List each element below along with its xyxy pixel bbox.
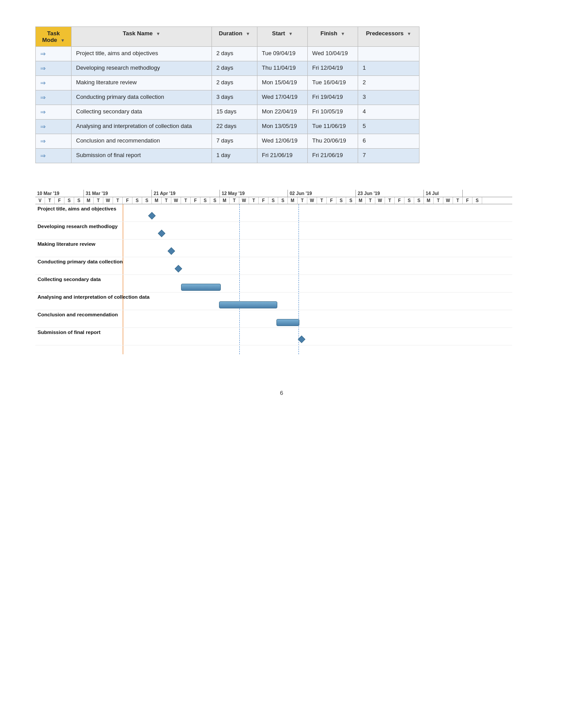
gantt-day-cell: F [55, 197, 64, 204]
gantt-day-cell: F [395, 197, 404, 204]
gantt-row: Conducting primary data collection [35, 257, 512, 275]
gantt-day-cell: F [463, 197, 472, 204]
gantt-row: Developing research methodlogy [35, 222, 512, 240]
gantt-day-cell: S [346, 197, 356, 204]
gantt-table: TaskMode ▼ Task Name ▼ Duration ▼ Start … [35, 26, 419, 163]
duration-cell: 2 days [212, 61, 257, 76]
start-cell: Wed 17/04/19 [257, 90, 308, 105]
gantt-day-cell: S [414, 197, 424, 204]
gantt-row: Project title, aims and objectives [35, 204, 512, 222]
task-mode-cell: ⇒ [36, 76, 72, 90]
gantt-day-cell: S [278, 197, 288, 204]
gantt-day-cell: F [191, 197, 200, 204]
table-row: ⇒Collecting secondary data15 daysMon 22/… [36, 105, 419, 120]
start-cell: Tue 09/04/19 [257, 47, 308, 61]
gantt-day-cell: M [84, 197, 94, 204]
col-header-start: Start ▼ [257, 27, 308, 47]
gantt-day-cell: S [404, 197, 414, 204]
gantt-day-cell: T [366, 197, 375, 204]
task-mode-cell: ⇒ [36, 105, 72, 120]
gantt-day-cell: M [288, 197, 298, 204]
gantt-day-row: VTFSSMTWTFSSMTWTFSSMTWTFSSMTWTFSSMTWTFSS… [35, 197, 512, 204]
finish-cell: Tue 11/06/19 [308, 120, 358, 134]
gantt-day-cell: M [152, 197, 162, 204]
task-mode-cell: ⇒ [36, 120, 72, 134]
gantt-day-cell: T [181, 197, 191, 204]
gantt-day-cell: S [132, 197, 142, 204]
gantt-task-label: Conclusion and recommendation [38, 312, 118, 317]
finish-cell: Fri 19/04/19 [308, 90, 358, 105]
finish-cell: Wed 10/04/19 [308, 47, 358, 61]
predecessors-cell: 7 [358, 149, 419, 163]
predecessors-cell: 2 [358, 76, 419, 90]
gantt-day-cell: M [424, 197, 434, 204]
gantt-day-cell: T [385, 197, 395, 204]
task-mode-icon: ⇒ [40, 94, 46, 101]
table-row: ⇒Developing research methodlogy2 daysThu… [36, 61, 419, 76]
gantt-task-label: Project title, aims and objectives [38, 206, 116, 211]
gantt-date-label: 23 Jun '19 [356, 190, 424, 197]
task-mode-icon: ⇒ [40, 137, 46, 145]
gantt-day-cell: T [230, 197, 239, 204]
gantt-task-label: Making literature review [38, 241, 95, 247]
gantt-row: Conclusion and recommendation [35, 310, 512, 328]
duration-cell: 15 days [212, 105, 257, 120]
gantt-day-cell: S [268, 197, 278, 204]
gantt-day-cell: W [103, 197, 113, 204]
start-cell: Mon 15/04/19 [257, 76, 308, 90]
predecessors-cell: 1 [358, 61, 419, 76]
gantt-day-cell: F [123, 197, 132, 204]
table-row: ⇒Analysing and interpretation of collect… [36, 120, 419, 134]
gantt-day-cell: T [298, 197, 307, 204]
col-header-predecessors: Predecessors ▼ [358, 27, 419, 47]
finish-cell: Tue 16/04/19 [308, 76, 358, 90]
task-mode-cell: ⇒ [36, 61, 72, 76]
task-mode-icon: ⇒ [40, 123, 46, 131]
start-cell: Thu 11/04/19 [257, 61, 308, 76]
gantt-day-cell: W [443, 197, 453, 204]
duration-cell: 3 days [212, 90, 257, 105]
gantt-milestone [148, 212, 156, 220]
col-header-finish: Finish ▼ [308, 27, 358, 47]
task-name-cell: Making literature review [72, 76, 212, 90]
finish-cell: Fri 10/05/19 [308, 105, 358, 120]
gantt-milestone [298, 336, 306, 343]
finish-cell: Fri 12/04/19 [308, 61, 358, 76]
gantt-milestone [168, 248, 175, 255]
gantt-row: Submission of final report [35, 328, 512, 345]
predecessors-cell [358, 47, 419, 61]
predecessors-cell: 4 [358, 105, 419, 120]
gantt-bar [219, 301, 277, 308]
task-mode-icon: ⇒ [40, 64, 46, 72]
gantt-day-cell: T [453, 197, 463, 204]
gantt-task-label: Submission of final report [38, 330, 100, 335]
gantt-date-label: 31 Mar '19 [84, 190, 152, 197]
task-name-cell: Developing research methodlogy [72, 61, 212, 76]
gantt-day-cell: F [327, 197, 336, 204]
gantt-date-label: 02 Jun '19 [288, 190, 356, 197]
gantt-bar [181, 284, 221, 291]
gantt-day-cell: S [142, 197, 152, 204]
gantt-day-cell: T [317, 197, 327, 204]
gantt-day-cell: W [307, 197, 317, 204]
gantt-row: Making literature review [35, 240, 512, 257]
gantt-day-cell: W [171, 197, 181, 204]
col-header-duration: Duration ▼ [212, 27, 257, 47]
task-name-cell: Analysing and interpretation of collecti… [72, 120, 212, 134]
task-mode-icon: ⇒ [40, 152, 46, 160]
task-mode-icon: ⇒ [40, 108, 46, 116]
task-name-cell: Conducting primary data collection [72, 90, 212, 105]
task-mode-cell: ⇒ [36, 134, 72, 149]
gantt-day-cell: S [64, 197, 74, 204]
gantt-section: 10 Mar '1931 Mar '1921 Apr '1912 May '19… [35, 190, 528, 354]
task-name-cell: Collecting secondary data [72, 105, 212, 120]
table-row: ⇒Conducting primary data collection3 day… [36, 90, 419, 105]
task-mode-cell: ⇒ [36, 90, 72, 105]
predecessors-cell: 6 [358, 134, 419, 149]
gantt-date-label: 12 May '19 [220, 190, 288, 197]
gantt-day-cell: F [259, 197, 268, 204]
gantt-day-cell: M [356, 197, 366, 204]
start-cell: Wed 12/06/19 [257, 134, 308, 149]
gantt-day-cell: W [239, 197, 249, 204]
gantt-date-label: 10 Mar '19 [35, 190, 84, 197]
